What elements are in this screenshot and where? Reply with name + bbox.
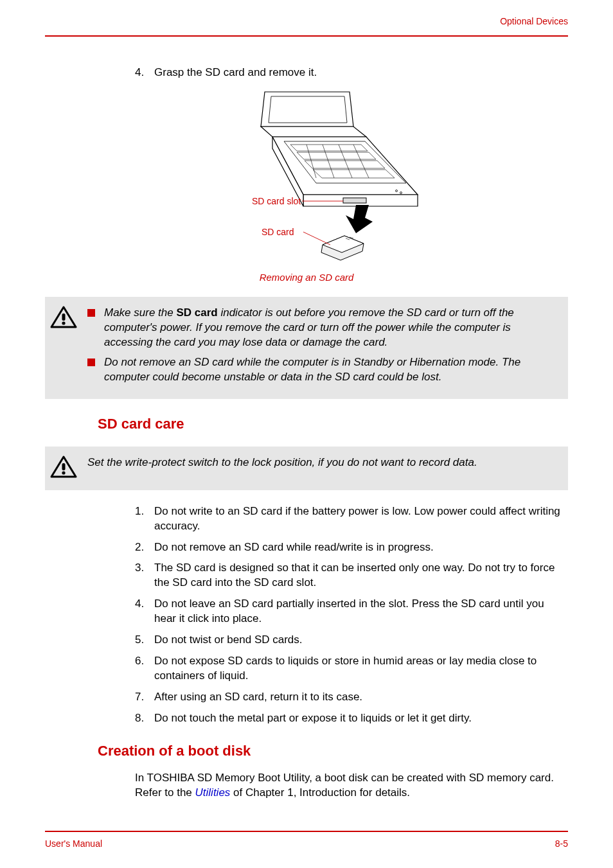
boot-disk-paragraph: In TOSHIBA SD Memory Boot Utility, a boo…: [135, 771, 568, 801]
header-rule: [45, 35, 568, 37]
step-4: 4. Grasp the SD card and remove it.: [135, 66, 568, 80]
utilities-link[interactable]: Utilities: [195, 786, 231, 799]
warning-text-pre: Make sure the: [104, 306, 176, 319]
svg-rect-6: [343, 198, 366, 203]
list-item: 8.Do not touch the metal part or expose …: [135, 711, 568, 726]
para-text-post: of Chapter 1, Introduction for details.: [230, 786, 410, 799]
warning-box-1: Make sure the SD card indicator is out b…: [45, 297, 568, 399]
heading-boot-disk: Creation of a boot disk: [98, 743, 568, 759]
item-text: Do not remove an SD card while read/writ…: [154, 540, 568, 555]
list-item: 2.Do not remove an SD card while read/wr…: [135, 540, 568, 555]
item-text: After using an SD card, return it to its…: [154, 690, 568, 705]
item-number: 7.: [135, 690, 154, 705]
callout-sd-card: SD card: [262, 227, 294, 237]
item-text: Do not twist or bend SD cards.: [154, 633, 568, 648]
list-item: 3.The SD card is designed so that it can…: [135, 561, 568, 590]
item-number: 4.: [135, 597, 154, 626]
bullet-icon: [87, 309, 95, 317]
list-item: 7.After using an SD card, return it to i…: [135, 690, 568, 705]
figure-caption: Removing an SD card: [45, 272, 568, 283]
page-footer: User's Manual 8-5: [45, 831, 568, 849]
warning-text: Set the write-protect switch to the lock…: [87, 456, 555, 481]
list-item: 5.Do not twist or bend SD cards.: [135, 633, 568, 648]
laptop-illustration: [194, 87, 419, 267]
svg-line-10: [303, 232, 330, 245]
svg-point-14: [62, 471, 65, 474]
bullet-icon: [87, 359, 95, 366]
list-item: 6.Do not expose SD cards to liquids or s…: [135, 654, 568, 684]
svg-point-12: [62, 321, 65, 324]
callout-sd-slot: SD card slot: [252, 196, 301, 206]
list-item: 1.Do not write to an SD card if the batt…: [135, 504, 568, 534]
footer-page-number: 8-5: [555, 838, 568, 849]
item-number: 8.: [135, 711, 154, 726]
sd-care-list: 1.Do not write to an SD card if the batt…: [135, 504, 568, 726]
heading-sd-card-care: SD card care: [98, 416, 568, 432]
svg-rect-13: [62, 463, 66, 470]
warning-bullet-2: Do not remove an SD card while the compu…: [87, 355, 555, 385]
item-text: Do not touch the metal part or expose it…: [154, 711, 568, 726]
caution-icon: [45, 306, 81, 390]
list-item: 4.Do not leave an SD card partially inse…: [135, 597, 568, 626]
item-number: 2.: [135, 540, 154, 555]
item-text: Do not expose SD cards to liquids or sto…: [154, 654, 568, 684]
item-number: 1.: [135, 504, 154, 534]
svg-rect-11: [62, 314, 66, 321]
footer-rule: [45, 831, 568, 832]
item-text: Do not write to an SD card if the batter…: [154, 504, 568, 534]
warning-text: Do not remove an SD card while the compu…: [104, 355, 555, 385]
warning-text-bold: SD card: [176, 306, 217, 319]
figure-sd-removal: SD card slot SD card Removing an SD card: [45, 87, 568, 283]
item-text: Do not leave an SD card partially insert…: [154, 597, 568, 626]
warning-bullet-1: Make sure the SD card indicator is out b…: [87, 306, 555, 350]
footer-left: User's Manual: [45, 838, 102, 849]
header-section-label: Optional Devices: [45, 16, 568, 35]
step-number: 4.: [135, 66, 154, 80]
caution-icon: [45, 456, 81, 481]
item-text: The SD card is designed so that it can b…: [154, 561, 568, 590]
item-number: 5.: [135, 633, 154, 648]
item-number: 3.: [135, 561, 154, 590]
step-text: Grasp the SD card and remove it.: [154, 66, 568, 80]
warning-box-2: Set the write-protect switch to the lock…: [45, 447, 568, 490]
item-number: 6.: [135, 654, 154, 684]
